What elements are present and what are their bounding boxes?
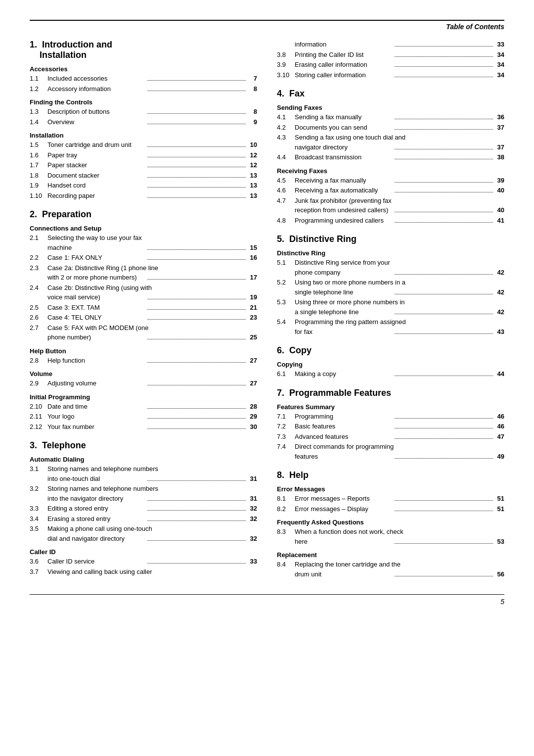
- subheading-replacement: Replacement: [277, 551, 504, 559]
- toc-entry-2-10: 2.10 Date and time 28: [30, 402, 257, 412]
- section-6: 6. Copy Copying 6.1 Making a copy 44: [277, 345, 504, 379]
- subheading-automatic-dialing: Automatic Dialing: [30, 456, 257, 463]
- toc-entry-1-3: 1.3 Description of buttons 8: [30, 107, 257, 117]
- toc-entry-2-8: 2.8 Help function 27: [30, 356, 257, 366]
- toc-entry-1-1: 1.1 Included accessories 7: [30, 74, 257, 84]
- section-8-title: 8. Help: [277, 470, 504, 480]
- page: Table of Contents 1. Introduction and In…: [30, 20, 504, 606]
- toc-entry-1-7: 1.7 Paper stacker 12: [30, 160, 257, 170]
- footer-rule: [30, 594, 504, 595]
- toc-entry-8-2: 8.2 Error messages – Display 51: [277, 504, 504, 514]
- toc-entry-2-12: 2.12 Your fax number 30: [30, 422, 257, 432]
- toc-entry-8-1: 8.1 Error messages – Reports 51: [277, 494, 504, 504]
- toc-entry-1-9: 1.9 Handset cord 13: [30, 181, 257, 190]
- section-1-title: 1. Introduction and Installation: [30, 40, 257, 60]
- section-7-title: 7. Programmable Features: [277, 388, 504, 398]
- section-7: 7. Programmable Features Features Summar…: [277, 388, 504, 462]
- toc-entry-2-11: 2.11 Your logo 29: [30, 412, 257, 422]
- toc-entry-8-3: 8.3 When a function does not work, check…: [277, 527, 504, 546]
- toc-entry-3-5: 3.5 Making a phone call using one-touch …: [30, 524, 257, 543]
- toc-entry-3-6: 3.6 Caller ID service 33: [30, 557, 257, 567]
- toc-entry-7-1: 7.1 Programming 46: [277, 412, 504, 422]
- toc-entry-2-1: 2.1 Selecting the way to use your fax ma…: [30, 233, 257, 252]
- toc-entry-6-1: 6.1 Making a copy 44: [277, 369, 504, 379]
- subheading-error-messages: Error Messages: [277, 485, 504, 493]
- toc-entry-4-8: 4.8 Programming undesired callers 41: [277, 216, 504, 226]
- toc-entry-4-1: 4.1 Sending a fax manually 36: [277, 112, 504, 122]
- toc-entry-1-8: 1.8 Document stacker 13: [30, 171, 257, 181]
- section-4: 4. Fax Sending Faxes 4.1 Sending a fax m…: [277, 89, 504, 225]
- toc-entry-1-5: 1.5 Toner cartridge and drum unit 10: [30, 140, 257, 150]
- section-5-title: 5. Distinctive Ring: [277, 234, 504, 244]
- toc-entry-5-1: 5.1 Distinctive Ring service from your p…: [277, 258, 504, 277]
- toc-entry-7-2: 7.2 Basic features 46: [277, 422, 504, 431]
- section-2-title: 2. Preparation: [30, 209, 257, 220]
- toc-entry-4-5: 4.5 Receiving a fax manually 39: [277, 176, 504, 186]
- footer-page: 5: [30, 598, 504, 606]
- toc-entry-3-8: 3.8 Printing the Caller ID list 34: [277, 50, 504, 60]
- section-5: 5. Distinctive Ring Distinctive Ring 5.1…: [277, 234, 504, 336]
- toc-entry-2-5: 2.5 Case 3: EXT. TAM 21: [30, 303, 257, 313]
- section-1: 1. Introduction and Installation Accesso…: [30, 40, 257, 200]
- subheading-copying: Copying: [277, 361, 504, 368]
- toc-entry-4-4: 4.4 Broadcast transmission 38: [277, 152, 504, 162]
- left-column: 1. Introduction and Installation Accesso…: [30, 40, 257, 579]
- subheading-features-summary: Features Summary: [277, 403, 504, 411]
- section-6-title: 6. Copy: [277, 345, 504, 356]
- toc-entry-4-6: 4.6 Receiving a fax automatically 40: [277, 186, 504, 195]
- subheading-connections-setup: Connections and Setup: [30, 225, 257, 232]
- toc-entry-3-7: 3.7 Viewing and calling back using calle…: [30, 567, 257, 577]
- toc-entry-3-10: 3.10 Storing caller information 34: [277, 70, 504, 80]
- toc-entry-2-4: 2.4 Case 2b: Distinctive Ring (using wit…: [30, 283, 257, 302]
- section-3-cont: information 33 3.8 Printing the Caller I…: [277, 40, 504, 80]
- section-2: 2. Preparation Connections and Setup 2.1…: [30, 209, 257, 431]
- toc-entry-7-3: 7.3 Advanced features 47: [277, 432, 504, 442]
- subheading-faq: Frequently Asked Questions: [277, 519, 504, 526]
- toc-entry-5-4: 5.4 Programming the ring pattern assigne…: [277, 317, 504, 336]
- toc-entry-3-2: 3.2 Storing names and telephone numbers …: [30, 484, 257, 503]
- toc-entry-7-4: 7.4 Direct commands for programming feat…: [277, 442, 504, 461]
- toc-entry-1-6: 1.6 Paper tray 12: [30, 150, 257, 160]
- subheading-installation: Installation: [30, 132, 257, 139]
- header-title: Table of Contents: [30, 23, 504, 31]
- toc-entry-4-2: 4.2 Documents you can send 37: [277, 123, 504, 133]
- toc-entry-3-1: 3.1 Storing names and telephone numbers …: [30, 464, 257, 483]
- toc-entry-4-7: 4.7 Junk fax prohibitor (preventing fax …: [277, 196, 504, 215]
- toc-entry-1-10: 1.10 Recording paper 13: [30, 191, 257, 201]
- subheading-distinctive-ring: Distinctive Ring: [277, 249, 504, 257]
- toc-entry-3-3: 3.3 Editing a stored entry 32: [30, 504, 257, 514]
- toc-entry-8-4: 8.4 Replacing the toner cartridge and th…: [277, 560, 504, 579]
- header-rule: [30, 20, 504, 21]
- section-4-title: 4. Fax: [277, 89, 504, 99]
- subheading-accessories: Accessories: [30, 65, 257, 73]
- toc-entry-2-2: 2.2 Case 1: FAX ONLY 16: [30, 253, 257, 263]
- toc-entry-1-4: 1.4 Overview 9: [30, 117, 257, 127]
- toc-entry-3-4: 3.4 Erasing a stored entry 32: [30, 514, 257, 524]
- toc-entry-4-3: 4.3 Sending a fax using one touch dial a…: [277, 133, 504, 152]
- toc-entry-2-7: 2.7 Case 5: FAX with PC MODEM (one phone…: [30, 323, 257, 342]
- subheading-finding-controls: Finding the Controls: [30, 98, 257, 106]
- right-column: information 33 3.8 Printing the Caller I…: [277, 40, 504, 579]
- subheading-sending-faxes: Sending Faxes: [277, 104, 504, 111]
- toc-entry-2-9: 2.9 Adjusting volume 27: [30, 378, 257, 388]
- toc-entry-5-2: 5.2 Using two or more phone numbers in a…: [277, 278, 504, 297]
- subheading-help-button: Help Button: [30, 347, 257, 355]
- toc-entry-3-9: 3.9 Erasing caller information 34: [277, 60, 504, 70]
- subheading-initial-programming: Initial Programming: [30, 393, 257, 401]
- section-3: 3. Telephone Automatic Dialing 3.1 Stori…: [30, 440, 257, 576]
- toc-entry-2-3: 2.3 Case 2a: Distinctive Ring (1 phone l…: [30, 263, 257, 283]
- subheading-volume: Volume: [30, 370, 257, 378]
- toc-columns: 1. Introduction and Installation Accesso…: [30, 40, 504, 579]
- toc-entry-3-7-cont: information 33: [277, 40, 504, 49]
- section-8: 8. Help Error Messages 8.1 Error message…: [277, 470, 504, 579]
- subheading-receiving-faxes: Receiving Faxes: [277, 167, 504, 175]
- subheading-caller-id: Caller ID: [30, 548, 257, 556]
- section-3-title: 3. Telephone: [30, 440, 257, 451]
- toc-entry-1-2: 1.2 Accessory information 8: [30, 84, 257, 94]
- toc-entry-5-3: 5.3 Using three or more phone numbers in…: [277, 297, 504, 317]
- toc-entry-2-6: 2.6 Case 4: TEL ONLY 23: [30, 313, 257, 323]
